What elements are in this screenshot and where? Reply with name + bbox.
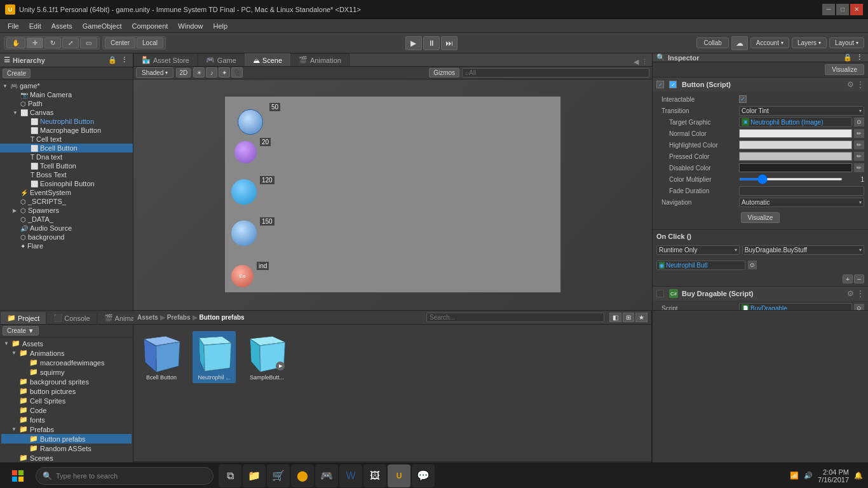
taskbar-task-view[interactable]: ⧉	[219, 464, 241, 487]
pause-button[interactable]: ⏸	[423, 36, 440, 50]
script-pick-button[interactable]: ⊙	[854, 304, 864, 310]
tree-background-sprites[interactable]: 📁 background sprites	[1, 377, 132, 386]
buy-dragable-header[interactable]: C# Buy Dragable (Script) ⚙ ⋮	[653, 287, 868, 301]
assets-search-input[interactable]	[426, 313, 604, 322]
pivot-space-btn[interactable]: Local	[137, 37, 163, 48]
taskbar-search[interactable]: 🔍 Type here to search	[36, 467, 214, 485]
tree-fonts[interactable]: 📁 fonts	[1, 415, 132, 424]
tree-assets[interactable]: ▼ 📁 Assets	[1, 339, 132, 348]
panel-collapse-icon[interactable]: ◀	[634, 58, 639, 66]
taskbar-steam[interactable]: 🎮	[315, 464, 338, 487]
tree-item-boss-text[interactable]: T Boss Text	[0, 170, 133, 179]
on-click-obj-ref[interactable]: ◉ Neutrophil Butl	[656, 261, 745, 270]
collab-button[interactable]: Collab	[696, 37, 728, 48]
panel-menu-icon[interactable]: ⋮	[641, 58, 648, 66]
taskbar-explorer[interactable]: 📁	[243, 464, 266, 487]
hierarchy-menu[interactable]: ⋮	[119, 56, 129, 64]
layers-dropdown[interactable]: Layers	[792, 37, 827, 48]
section-settings-icon[interactable]: ⚙	[847, 80, 854, 89]
scale-tool[interactable]: ⤢	[62, 37, 79, 48]
tree-item-tcell-button[interactable]: ⬜ Tcell Button	[0, 161, 133, 170]
asset-item-sample[interactable]: ▶ SampleButt...	[245, 331, 288, 383]
transition-dropdown[interactable]: Color Tint	[739, 106, 864, 116]
section-menu-icon[interactable]: ⋮	[857, 80, 864, 89]
taskbar-store[interactable]: 🛒	[267, 464, 290, 487]
tree-item-dna-text[interactable]: T Dna text	[0, 152, 133, 161]
effects-icon[interactable]: ✦	[219, 67, 230, 78]
taskbar-word[interactable]: W	[339, 464, 362, 487]
tab-asset-store[interactable]: 🏪 Asset Store	[133, 53, 198, 66]
tree-cell-sprites[interactable]: 📁 Cell Sprites	[1, 396, 132, 405]
camera-icon[interactable]: 🎥	[231, 67, 243, 78]
shading-dropdown[interactable]: Shaded	[136, 67, 173, 78]
tree-random-assets[interactable]: 📁 Random ASSets	[1, 444, 132, 453]
assets-view-btn3[interactable]: ★	[635, 313, 648, 322]
asset-item-neutrophil[interactable]: Neutrophil ...	[193, 331, 236, 383]
tree-item-bcell-button[interactable]: ⬜ Bcell Button	[0, 144, 133, 152]
layout-dropdown[interactable]: Layout	[829, 37, 864, 48]
tree-squirmy[interactable]: 📁 squirmy	[1, 367, 132, 377]
fade-duration-field[interactable]: 0.1	[739, 186, 864, 196]
tab-animation[interactable]: 🎬 Animation	[290, 53, 349, 66]
plus-button[interactable]: +	[843, 274, 853, 283]
buy-dragable-menu-icon[interactable]: ⋮	[857, 289, 864, 298]
tree-animations[interactable]: ▼ 📁 Animations	[1, 348, 132, 358]
target-graphic-ref[interactable]: ▣ Neutrophil Button (Image)	[739, 117, 852, 127]
tree-item-main-camera[interactable]: 📷 Main Camera	[0, 90, 133, 99]
tree-prefabs[interactable]: ▼ 📁 Prefabs	[1, 424, 132, 434]
function-dropdown[interactable]: BuyDragable.BuyStuff	[742, 245, 864, 255]
scene-search-input[interactable]	[462, 68, 649, 78]
rect-tool[interactable]: ▭	[80, 37, 97, 48]
target-graphic-pick-button[interactable]: ⊙	[854, 118, 864, 126]
tree-item-eventsystem[interactable]: ⚡ EventSystem	[0, 188, 133, 197]
gizmos-button[interactable]: Gizmos	[429, 68, 459, 78]
tab-project[interactable]: 📁 Project	[0, 311, 46, 324]
inspector-lock-icon[interactable]: 🔒	[842, 53, 853, 62]
move-tool[interactable]: ✛	[27, 37, 43, 48]
pivot-center-btn[interactable]: Center	[105, 37, 135, 48]
taskbar-unity[interactable]: U	[388, 464, 410, 487]
start-button[interactable]	[5, 466, 31, 486]
taskbar-chrome[interactable]: ⬤	[291, 464, 314, 487]
tree-item-cell-text[interactable]: T Cell text	[0, 135, 133, 144]
pressed-color-edit-button[interactable]: ✏	[854, 152, 864, 161]
lighting-icon[interactable]: ☀	[193, 67, 205, 78]
normal-color-field[interactable]	[739, 129, 852, 138]
tree-scenes[interactable]: 📁 Scenes	[1, 453, 132, 463]
minimize-button[interactable]: ─	[822, 4, 835, 15]
step-button[interactable]: ⏭	[441, 36, 458, 50]
interactable-checkbox[interactable]	[739, 95, 747, 103]
hierarchy-lock[interactable]: 🔒	[107, 56, 118, 64]
menu-help[interactable]: Help	[208, 21, 233, 31]
button-script-header[interactable]: ✓ ✓ Button (Script) ⚙ ⋮	[653, 78, 868, 92]
breadcrumb-button-prefabs[interactable]: Button prefabs	[200, 314, 245, 321]
close-button[interactable]: ✕	[850, 4, 863, 15]
tree-button-prefabs[interactable]: 📁 Button prefabs	[1, 434, 132, 444]
tree-item-data[interactable]: ⬡ _DATA_	[0, 215, 133, 224]
tab-console[interactable]: ⬛ Console	[46, 311, 97, 324]
2d-button[interactable]: 2D	[176, 68, 191, 78]
highlighted-color-field[interactable]	[739, 140, 852, 149]
play-button[interactable]: ▶	[405, 36, 422, 50]
menu-component[interactable]: Component	[126, 21, 173, 31]
tree-button-pictures[interactable]: 📁 button pictures	[1, 386, 132, 396]
tree-item-background[interactable]: ⬡ background	[0, 233, 133, 241]
tab-game[interactable]: 🎮 Game	[198, 53, 245, 66]
menu-window[interactable]: Window	[173, 21, 208, 31]
menu-edit[interactable]: Edit	[24, 21, 46, 31]
cloud-button[interactable]: ☁	[731, 36, 748, 50]
tree-item-path[interactable]: ⬡ Path	[0, 99, 133, 108]
tree-item-neutrophil-button[interactable]: ⬜ Neutrophil Button	[0, 117, 133, 126]
breadcrumb-prefabs[interactable]: Prefabs	[167, 314, 191, 321]
buy-dragable-settings-icon[interactable]: ⚙	[847, 289, 854, 298]
audio-icon[interactable]: ♪	[206, 67, 217, 78]
asset-item-bcell[interactable]: Bcell Button	[140, 331, 183, 383]
rotate-tool[interactable]: ↻	[44, 37, 61, 48]
section-enable-checkbox[interactable]: ✓	[669, 81, 677, 88]
script-ref[interactable]: 📄 BuyDragable	[739, 303, 852, 310]
menu-gameobject[interactable]: GameObject	[78, 21, 127, 31]
inspector-menu-icon[interactable]: ⋮	[855, 53, 864, 62]
obj-ref-pick-button[interactable]: ⊙	[748, 261, 757, 269]
tree-item-canvas[interactable]: ▼ ⬜ Canvas	[0, 108, 133, 117]
visualize-button[interactable]: Visualize	[741, 212, 780, 223]
